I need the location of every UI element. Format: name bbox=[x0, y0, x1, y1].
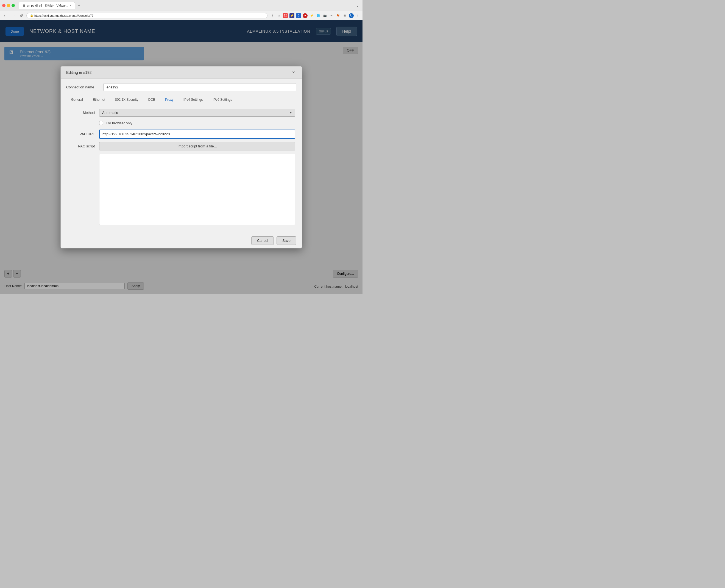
proxy-tab-content: Method Automatic ▼ For browser only PAC … bbox=[66, 109, 296, 225]
dialog-header: Editing ens192 × bbox=[61, 66, 302, 79]
for-browser-only-checkbox[interactable] bbox=[99, 121, 103, 125]
extension-icon-2[interactable]: ⚡ bbox=[289, 13, 294, 18]
extensions-button[interactable]: ⊞ bbox=[342, 13, 347, 18]
tab-favicon: 🖥 bbox=[22, 4, 25, 7]
for-browser-only-row: For browser only bbox=[67, 121, 295, 125]
browser-tab-active[interactable]: 🖥 cn-py-dl-a8 - 控制台 - VMwar... × bbox=[19, 2, 75, 9]
pac-url-input[interactable] bbox=[99, 130, 295, 139]
extension-icon-7[interactable]: 📷 bbox=[323, 13, 327, 18]
dialog-footer: Cancel Save bbox=[61, 233, 302, 248]
tab-ipv4-settings[interactable]: IPv4 Settings bbox=[179, 96, 208, 104]
tab-general[interactable]: General bbox=[66, 96, 88, 104]
lock-icon: 🔒 bbox=[30, 14, 33, 17]
browser-toolbar: ⬆ ☆ 12 ⚡ B ● ⚡ 🌐 📷 ∞ 🦊 ⊞ U ⋮ bbox=[270, 13, 360, 18]
dialog-tabs: General Ethernet 802.1X Security DCB Pro… bbox=[66, 96, 296, 104]
tab-ethernet[interactable]: Ethernet bbox=[88, 96, 110, 104]
tab-802x-security[interactable]: 802.1X Security bbox=[110, 96, 143, 104]
browser-chrome: 🖥 cn-py-dl-a8 - 控制台 - VMwar... × + ⌄ bbox=[0, 0, 362, 11]
select-arrow-icon: ▼ bbox=[289, 111, 292, 114]
dialog-title: Editing ens192 bbox=[66, 70, 92, 75]
minimize-traffic-light[interactable] bbox=[7, 4, 10, 7]
extension-icon-5[interactable]: ⚡ bbox=[309, 13, 314, 18]
share-icon[interactable]: ⬆ bbox=[270, 13, 275, 18]
method-value: Automatic bbox=[102, 111, 118, 115]
extension-icon-4[interactable]: ● bbox=[303, 13, 308, 18]
import-script-button[interactable]: Import script from a file... bbox=[99, 142, 295, 150]
close-traffic-light[interactable] bbox=[2, 4, 5, 7]
back-button[interactable]: ← bbox=[2, 13, 8, 18]
tab-proxy[interactable]: Proxy bbox=[160, 96, 179, 104]
new-tab-button[interactable]: + bbox=[76, 3, 82, 8]
browser-menu-button[interactable]: ⌄ bbox=[355, 3, 360, 8]
dialog-body: Connection name General Ethernet 802.1X … bbox=[61, 79, 302, 233]
save-button[interactable]: Save bbox=[276, 236, 296, 245]
script-textarea-area bbox=[99, 154, 295, 225]
pac-script-row: PAC script Import script from a file... bbox=[67, 142, 295, 150]
pac-url-row: PAC URL bbox=[67, 130, 295, 139]
tab-close-button[interactable]: × bbox=[70, 4, 71, 7]
pac-script-label: PAC script bbox=[67, 144, 95, 148]
url-text: https://esxi.yuangezhizao.cn/ui/#/consol… bbox=[34, 14, 94, 17]
bookmark-icon[interactable]: ☆ bbox=[276, 13, 281, 18]
forward-button[interactable]: → bbox=[11, 13, 17, 18]
tab-label: cn-py-dl-a8 - 控制台 - VMwar... bbox=[27, 4, 68, 8]
browser-nav: ← → ↺ 🔒 https://esxi.yuangezhizao.cn/ui/… bbox=[0, 11, 362, 20]
editing-dialog: Editing ens192 × Connection name General… bbox=[60, 66, 302, 248]
for-browser-only-label: For browser only bbox=[106, 121, 132, 125]
tab-bar: 🖥 cn-py-dl-a8 - 控制台 - VMwar... × + bbox=[19, 2, 353, 9]
traffic-lights bbox=[2, 4, 15, 7]
refresh-button[interactable]: ↺ bbox=[19, 13, 24, 18]
pac-url-label: PAC URL bbox=[67, 132, 95, 136]
connection-name-row: Connection name bbox=[66, 83, 296, 91]
browser-menu-icon[interactable]: ⋮ bbox=[355, 13, 360, 18]
extension-icon-1[interactable]: 12 bbox=[283, 13, 288, 18]
method-select[interactable]: Automatic ▼ bbox=[99, 109, 295, 117]
tab-ipv6-settings[interactable]: IPv6 Settings bbox=[208, 96, 237, 104]
extension-icon-6[interactable]: 🌐 bbox=[316, 13, 321, 18]
app-content: Done NETWORK & HOST NAME ALMALINUX 8.5 I… bbox=[0, 20, 362, 294]
profile-icon[interactable]: U bbox=[349, 13, 354, 18]
extension-icon-9[interactable]: 🦊 bbox=[336, 13, 340, 18]
tab-dcb[interactable]: DCB bbox=[143, 96, 160, 104]
method-label: Method bbox=[67, 111, 95, 115]
extension-icon-8[interactable]: ∞ bbox=[329, 13, 334, 18]
dialog-close-button[interactable]: × bbox=[291, 70, 296, 75]
address-bar[interactable]: 🔒 https://esxi.yuangezhizao.cn/ui/#/cons… bbox=[26, 13, 268, 18]
method-row: Method Automatic ▼ bbox=[67, 109, 295, 117]
maximize-traffic-light[interactable] bbox=[12, 4, 15, 7]
connection-name-input[interactable] bbox=[104, 83, 296, 91]
modal-overlay: Editing ens192 × Connection name General… bbox=[0, 20, 362, 294]
extension-icon-3[interactable]: B bbox=[296, 13, 301, 18]
cancel-button[interactable]: Cancel bbox=[251, 236, 274, 245]
connection-name-label: Connection name bbox=[66, 85, 99, 89]
